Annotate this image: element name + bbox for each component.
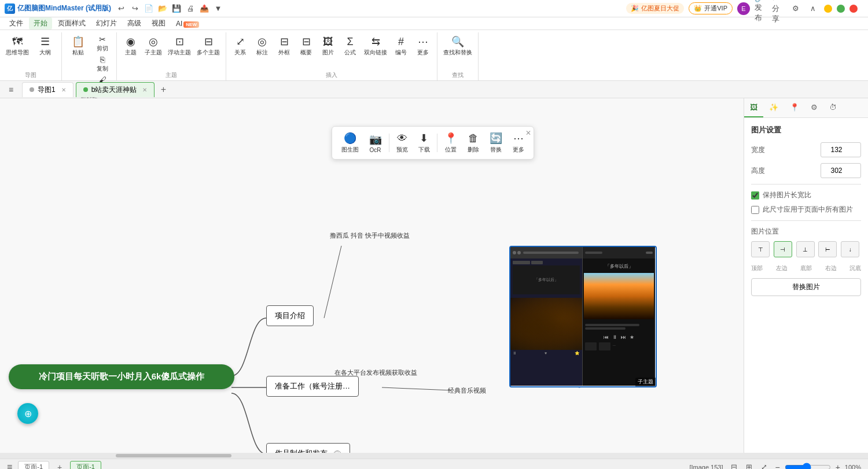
tab-project[interactable]: b站卖天涯神贴 ✕: [76, 82, 155, 97]
menu-start[interactable]: 开始: [29, 17, 52, 29]
float-btn-ocr[interactable]: 📷 OcR: [366, 131, 385, 155]
float-btn-aigc[interactable]: 🔵 图生图: [338, 130, 362, 156]
ribbon-btn-number[interactable]: # 编号: [391, 34, 411, 58]
float-btn-position[interactable]: 📍 位置: [441, 130, 461, 156]
maximize-btn[interactable]: [837, 5, 845, 13]
rp-width-input[interactable]: [821, 142, 861, 157]
pos-btn-right[interactable]: ⊢: [818, 241, 837, 257]
export-btn[interactable]: 📤: [198, 2, 211, 15]
view-grid-btn[interactable]: ⊟: [727, 461, 740, 470]
tab-diagram1[interactable]: 导图1 ✕: [22, 82, 73, 97]
rp-tab-position[interactable]: 📍: [784, 98, 805, 117]
ribbon-btn-outline[interactable]: ☰ 大纲: [32, 34, 58, 58]
ribbon-btn-paste[interactable]: 📋 粘贴: [65, 34, 91, 58]
tab-list-btn[interactable]: ≡: [5, 83, 17, 96]
ribbon-btn-multi[interactable]: ⊟ 多个主题: [194, 34, 222, 58]
menu-view[interactable]: 视图: [147, 17, 170, 29]
right-panel-content: 图片设置 宽度 高度 保持图片长宽比 此尺寸应用于页面中所有图片: [744, 118, 868, 453]
tab2-close[interactable]: ✕: [142, 87, 147, 93]
save-btn[interactable]: 💾: [170, 2, 183, 15]
close-btn[interactable]: [849, 5, 858, 13]
ribbon-btn-mark[interactable]: ◎ 标注: [252, 34, 273, 58]
menu-ai[interactable]: AINEW: [171, 19, 204, 29]
node-prep[interactable]: 准备工作（账号注册…: [266, 376, 359, 397]
ribbon-btn-image[interactable]: 🖼 图片: [318, 34, 339, 58]
pos-btn-bottom[interactable]: ⊥: [796, 241, 815, 257]
root-node[interactable]: 冷门项目每天听歌一小时月入6k傻瓜式操作: [9, 364, 234, 389]
scrollbar-thumb-h[interactable]: [116, 454, 231, 457]
add-page-btn[interactable]: +: [55, 463, 64, 470]
menu-style[interactable]: 页面样式: [53, 17, 90, 29]
ribbon-btn-subtopic[interactable]: ◎ 子主题: [142, 34, 164, 58]
rp-tab-animation[interactable]: ⏱: [823, 98, 843, 117]
rp-tab-style[interactable]: ✨: [763, 98, 784, 117]
float-btn-replace[interactable]: 🔄 替换: [486, 130, 506, 156]
tab-add-btn[interactable]: +: [157, 83, 170, 96]
ribbon-btn-frame[interactable]: ⊟ 外框: [274, 34, 295, 58]
share2-btn[interactable]: ↗分享: [772, 2, 785, 15]
pos-btn-top[interactable]: ⊤: [751, 241, 770, 257]
ribbon-btn-copy[interactable]: ⎘ 复制: [92, 54, 113, 73]
image-node[interactable]: 「多年以后」 ⏸♥⭐ 「多年以后」: [509, 246, 657, 387]
more-quick-btn[interactable]: ▼: [212, 2, 225, 15]
ribbon-btn-findreplace[interactable]: 🔍 查找和替换: [441, 34, 475, 58]
fullscreen-btn[interactable]: ⤢: [757, 461, 770, 470]
ribbon-btn-formula[interactable]: Σ 公式: [340, 34, 361, 58]
status-menu-icon[interactable]: ≡: [7, 462, 12, 470]
ribbon-btn-cut[interactable]: ✂ 剪切: [92, 34, 113, 53]
ribbon-btn-mindmap[interactable]: 🗺 思维导图: [3, 34, 31, 58]
minimize-btn[interactable]: [824, 5, 832, 13]
ribbon-btn-summary[interactable]: ⊟ 概要: [296, 34, 317, 58]
rp-apply-all-checkbox[interactable]: [751, 206, 759, 214]
rp-height-input[interactable]: [821, 163, 861, 178]
rp-tab-image[interactable]: 🖼: [744, 98, 763, 117]
tab1-close[interactable]: ✕: [61, 87, 66, 93]
ribbon-btn-floating[interactable]: ⊡ 浮动主题: [165, 34, 193, 58]
zoom-plus-btn[interactable]: +: [836, 463, 840, 470]
float-btn-delete[interactable]: 🗑 删除: [464, 131, 483, 156]
print-btn[interactable]: 🖨: [184, 2, 197, 15]
float-btn-preview[interactable]: 👁 预览: [393, 131, 411, 156]
rp-tab-settings[interactable]: ⚙: [805, 98, 823, 117]
status-current-page[interactable]: 页面-1: [70, 461, 101, 469]
ribbon-btn-relation[interactable]: ⤢ 关系: [230, 34, 251, 58]
user-avatar[interactable]: E: [737, 2, 750, 15]
float-toolbar-close[interactable]: ✕: [525, 129, 531, 137]
ribbon-btn-bilink[interactable]: ⇆ 双向链接: [362, 34, 389, 58]
undo-btn[interactable]: ↩: [115, 2, 127, 15]
pos-btn-sink[interactable]: ↓: [841, 241, 859, 257]
ribbon-btn-more[interactable]: ⋯ 更多: [413, 34, 433, 58]
zoom-minus-btn[interactable]: −: [775, 463, 779, 470]
replace-image-btn[interactable]: 替换图片: [751, 278, 861, 296]
canvas-area[interactable]: 冷门项目每天听歌一小时月入6k傻瓜式操作 项目介绍 准备工作（账号注册… 作品制…: [0, 98, 744, 453]
statusbar: ≡ 页面-1 + 页面-1 [Image 153] ⊟ ⊞ ⤢ − + 100%: [0, 459, 868, 469]
promo-banner[interactable]: 🎉 亿图夏日大促: [626, 3, 684, 14]
status-page-1[interactable]: 页面-1: [18, 461, 49, 469]
node-publish-info[interactable]: ⓘ: [333, 450, 341, 453]
vip-btn[interactable]: 👑 开通VIP: [689, 2, 733, 14]
view-list-btn[interactable]: ⊞: [742, 461, 755, 470]
zoom-slider[interactable]: [785, 463, 831, 470]
mindmap-icon: 🗺: [10, 35, 24, 49]
pos-btn-left[interactable]: ⊣: [774, 241, 792, 257]
collapse-btn[interactable]: ∧: [807, 2, 819, 15]
node-publish[interactable]: 作品制作和发布 ⓘ: [266, 443, 350, 453]
node-intro[interactable]: 项目介绍: [266, 305, 314, 326]
new-file-btn[interactable]: 📄: [142, 2, 155, 15]
menu-advanced[interactable]: 高级: [123, 17, 146, 29]
pos-label-top: 顶部: [751, 264, 763, 272]
share-btn[interactable]: 🔗发布: [755, 2, 767, 15]
ribbon-frame-label: 外框: [278, 49, 290, 57]
green-circle-decoration[interactable]: ⊕: [17, 403, 38, 424]
menu-file[interactable]: 文件: [5, 17, 28, 29]
ribbon-btn-topic[interactable]: ◉ 主题: [120, 34, 141, 58]
menu-slides[interactable]: 幻灯片: [91, 17, 122, 29]
rp-keep-ratio-checkbox[interactable]: [751, 191, 759, 200]
redo-btn[interactable]: ↪: [128, 2, 141, 15]
settings-btn[interactable]: ⚙: [789, 2, 802, 15]
pos-right-icon: ⊢: [825, 246, 830, 253]
open-btn[interactable]: 📂: [156, 2, 169, 15]
float-btn-download[interactable]: ⬇ 下载: [415, 130, 433, 156]
tab1-label: 导图1: [38, 85, 56, 95]
horizontal-scrollbar[interactable]: [0, 453, 868, 459]
